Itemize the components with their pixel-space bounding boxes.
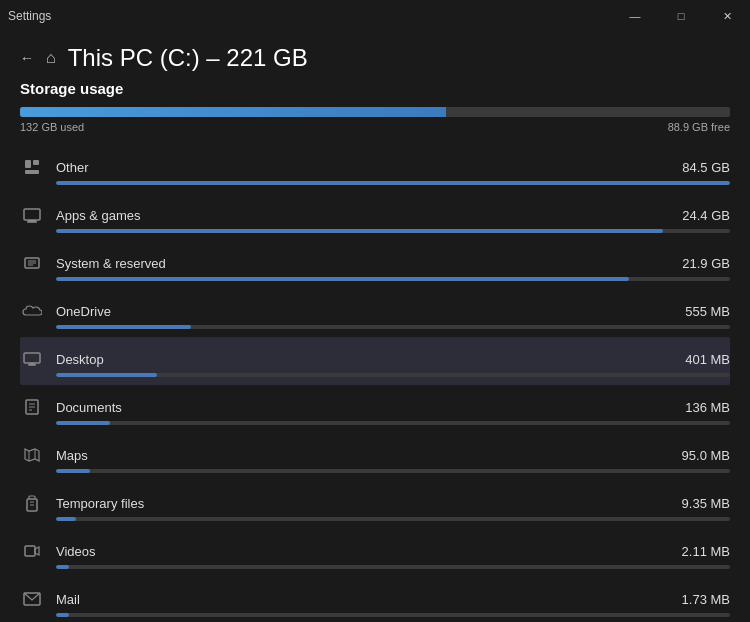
item-bar-bg: [56, 613, 730, 617]
item-bar-wrapper: [20, 229, 730, 233]
item-info: Mail 1.73 MB: [56, 592, 730, 607]
item-size: 24.4 GB: [682, 208, 730, 223]
item-info: Videos 2.11 MB: [56, 544, 730, 559]
storage-item-row: Maps 95.0 MB: [20, 441, 730, 469]
main-content: Storage usage 132 GB used 88.9 GB free O…: [0, 80, 750, 622]
storage-item[interactable]: Apps & games 24.4 GB: [20, 193, 730, 241]
item-bar-fill: [56, 325, 191, 329]
item-icon: [20, 395, 44, 419]
storage-item[interactable]: Temporary files 9.35 MB: [20, 481, 730, 529]
item-bar-fill: [56, 373, 157, 377]
storage-item-row: System & reserved 21.9 GB: [20, 249, 730, 277]
item-bar-fill: [56, 565, 69, 569]
storage-item[interactable]: Documents 136 MB: [20, 385, 730, 433]
svg-rect-10: [24, 353, 40, 363]
item-bar-fill: [56, 181, 730, 185]
item-info: Temporary files 9.35 MB: [56, 496, 730, 511]
storage-item[interactable]: Videos 2.11 MB: [20, 529, 730, 577]
item-bar-wrapper: [20, 565, 730, 569]
item-name: Temporary files: [56, 496, 144, 511]
item-size: 401 MB: [685, 352, 730, 367]
item-bar-fill: [56, 421, 110, 425]
item-icon: [20, 539, 44, 563]
svg-rect-23: [25, 546, 35, 556]
item-bar-bg: [56, 469, 730, 473]
item-bar-wrapper: [20, 469, 730, 473]
item-bar-fill: [56, 613, 69, 617]
overall-storage-bar: [20, 107, 730, 117]
item-info: Other 84.5 GB: [56, 160, 730, 175]
item-name: Documents: [56, 400, 122, 415]
item-bar-bg: [56, 325, 730, 329]
maximize-button[interactable]: □: [658, 0, 704, 32]
storage-item[interactable]: Mail 1.73 MB: [20, 577, 730, 622]
svg-marker-17: [25, 449, 39, 461]
item-info: Desktop 401 MB: [56, 352, 730, 367]
item-name: Other: [56, 160, 89, 175]
storage-item-row: Videos 2.11 MB: [20, 537, 730, 565]
page-header: ← ⌂ This PC (C:) – 221 GB: [0, 32, 750, 80]
item-bar-wrapper: [20, 613, 730, 617]
item-info: System & reserved 21.9 GB: [56, 256, 730, 271]
svg-rect-2: [25, 170, 39, 174]
item-icon: [20, 347, 44, 371]
window-title: Settings: [8, 9, 51, 23]
item-info: OneDrive 555 MB: [56, 304, 730, 319]
item-info: Apps & games 24.4 GB: [56, 208, 730, 223]
storage-item-row: Mail 1.73 MB: [20, 585, 730, 613]
svg-rect-1: [33, 160, 39, 165]
window-controls: — □ ✕: [612, 0, 750, 32]
item-size: 95.0 MB: [682, 448, 730, 463]
home-icon: ⌂: [46, 49, 56, 67]
item-bar-bg: [56, 421, 730, 425]
storage-item[interactable]: Other 84.5 GB: [20, 145, 730, 193]
item-bar-wrapper: [20, 325, 730, 329]
item-icon: [20, 299, 44, 323]
item-info: Documents 136 MB: [56, 400, 730, 415]
title-bar: Settings — □ ✕: [0, 0, 750, 32]
storage-item[interactable]: System & reserved 21.9 GB: [20, 241, 730, 289]
back-button[interactable]: ←: [20, 50, 34, 66]
minimize-button[interactable]: —: [612, 0, 658, 32]
item-bar-wrapper: [20, 421, 730, 425]
storage-items-list: Other 84.5 GB Apps & games 24.4 GB: [20, 145, 730, 622]
item-bar-fill: [56, 469, 90, 473]
item-bar-wrapper: [20, 517, 730, 521]
item-bar-fill: [56, 229, 663, 233]
item-bar-wrapper: [20, 373, 730, 377]
item-info: Maps 95.0 MB: [56, 448, 730, 463]
item-name: Mail: [56, 592, 80, 607]
item-size: 136 MB: [685, 400, 730, 415]
item-icon: [20, 443, 44, 467]
item-bar-wrapper: [20, 181, 730, 185]
item-bar-bg: [56, 517, 730, 521]
content-area: ← ⌂ This PC (C:) – 221 GB Storage usage …: [0, 32, 750, 622]
section-title: Storage usage: [20, 80, 730, 97]
item-icon: [20, 251, 44, 275]
storage-bar-used: [20, 107, 446, 117]
item-size: 9.35 MB: [682, 496, 730, 511]
item-bar-bg: [56, 181, 730, 185]
storage-item-row: Desktop 401 MB: [20, 345, 730, 373]
free-label: 88.9 GB free: [668, 121, 730, 133]
item-size: 555 MB: [685, 304, 730, 319]
item-bar-fill: [56, 277, 629, 281]
storage-item-row: Temporary files 9.35 MB: [20, 489, 730, 517]
used-label: 132 GB used: [20, 121, 84, 133]
storage-item[interactable]: OneDrive 555 MB: [20, 289, 730, 337]
storage-item[interactable]: Maps 95.0 MB: [20, 433, 730, 481]
page-title: This PC (C:) – 221 GB: [68, 44, 308, 72]
item-icon: [20, 203, 44, 227]
item-icon: [20, 491, 44, 515]
storage-item-row: Apps & games 24.4 GB: [20, 201, 730, 229]
svg-rect-3: [24, 209, 40, 220]
item-name: Videos: [56, 544, 96, 559]
storage-item-row: OneDrive 555 MB: [20, 297, 730, 325]
item-name: Maps: [56, 448, 88, 463]
item-size: 21.9 GB: [682, 256, 730, 271]
item-bar-fill: [56, 517, 76, 521]
close-button[interactable]: ✕: [704, 0, 750, 32]
item-name: OneDrive: [56, 304, 111, 319]
storage-item[interactable]: Desktop 401 MB: [20, 337, 730, 385]
item-icon: [20, 155, 44, 179]
